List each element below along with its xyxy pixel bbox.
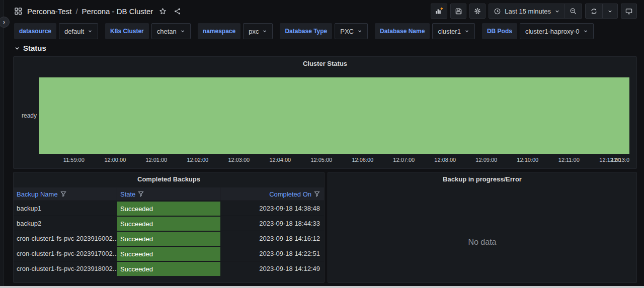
backup-progress-panel-title[interactable]: Backup in progress/Error — [328, 172, 636, 183]
chevron-down-icon — [607, 9, 613, 14]
refresh-icon — [590, 8, 598, 15]
zoom-out-time-button[interactable] — [565, 4, 582, 18]
time-axis-tick: 12:09:00 — [475, 157, 497, 163]
variable-current-value: pxc — [249, 28, 259, 35]
favorite-star-button[interactable] — [158, 7, 168, 16]
completed-on-cell: 2023-09-18 18:44:33 — [220, 216, 324, 231]
variable-group: datasource default — [14, 23, 98, 39]
filter-funnel-icon[interactable] — [138, 191, 144, 197]
variable-current-value: cluster1-haproxy-0 — [525, 28, 580, 35]
dashboard-header: Percona-Test / Percona - DB Cluster — [0, 0, 644, 22]
monitor-icon — [625, 8, 633, 15]
chevron-right-icon: › — [3, 19, 5, 26]
time-axis-tick: 11:59:00 — [63, 157, 85, 163]
clock-icon — [494, 8, 501, 15]
variable-label: DB Pods — [482, 23, 517, 39]
variable-value-dropdown[interactable]: PXC — [335, 23, 368, 39]
star-outline-icon — [159, 8, 167, 15]
cluster-status-panel-title[interactable]: Cluster Status — [14, 57, 636, 68]
share-dashboard-button[interactable] — [173, 7, 182, 16]
column-header-label: State — [120, 190, 135, 198]
kiosk-mode-button[interactable] — [621, 4, 637, 19]
filter-funnel-icon[interactable] — [60, 191, 66, 197]
breadcrumb-dashboard[interactable]: Percona - DB Cluster — [82, 7, 153, 16]
backup-name-cell: cron-cluster1-fs-pvc-2023916002... — [14, 231, 117, 246]
share-alt-icon — [174, 8, 181, 15]
dashboard-toolbar: Last 15 minutes — [431, 4, 637, 19]
variable-value-dropdown[interactable]: pxc — [243, 23, 273, 39]
save-icon — [455, 8, 462, 15]
time-axis-tick: 12:06:00 — [352, 157, 373, 163]
apps-grid-icon — [14, 7, 22, 15]
state-cell: Succeeded — [117, 201, 220, 216]
row-status-toggle[interactable]: Status — [14, 44, 644, 52]
time-axis-tick: 12:08:00 — [434, 157, 456, 163]
refresh-interval-dropdown[interactable] — [602, 4, 617, 18]
backup-name-cell: cron-cluster1-fs-pvc-2023917002... — [14, 246, 117, 261]
state-ready-bar — [39, 77, 629, 154]
variable-group: DB Pods cluster1-haproxy-0 — [482, 23, 594, 39]
chevron-down-icon — [357, 29, 362, 34]
table-row: cron-cluster1-fs-pvc-2023917002... Succe… — [14, 246, 324, 261]
no-data-message: No data — [328, 238, 636, 247]
backup-name-cell: backup2 — [14, 216, 117, 231]
breadcrumb: Percona-Test / Percona - DB Cluster — [27, 7, 153, 16]
column-header-state[interactable]: State — [117, 187, 220, 201]
chevron-down-icon — [14, 45, 20, 51]
time-range-label: Last 15 minutes — [505, 8, 551, 15]
time-range-picker[interactable]: Last 15 minutes — [489, 4, 565, 18]
template-variables-row: datasource default K8s Cluster chetan na… — [14, 23, 637, 39]
table-body: backup1 Succeeded 2023-09-18 14:38:48 ba… — [14, 201, 324, 276]
variable-label: Database Type — [280, 23, 332, 39]
refresh-dashboard-button[interactable] — [586, 4, 602, 18]
variable-group: K8s Cluster chetan — [105, 23, 191, 39]
state-timeline-plot — [39, 77, 629, 154]
filter-funnel-icon[interactable] — [314, 191, 320, 197]
time-range-controls: Last 15 minutes — [489, 4, 582, 19]
magnifier-minus-icon — [570, 8, 577, 15]
variable-label: Database Name — [375, 23, 430, 39]
breadcrumb-folder[interactable]: Percona-Test — [27, 7, 71, 16]
chevron-down-icon — [583, 29, 588, 34]
variable-value-dropdown[interactable]: cluster1 — [432, 23, 475, 39]
variable-group: Database Name cluster1 — [375, 23, 475, 39]
state-cell: Succeeded — [117, 216, 220, 231]
chevron-down-icon — [464, 29, 469, 34]
table-header-row: Backup Name State Completed On — [14, 187, 324, 201]
column-header-backup-name[interactable]: Backup Name — [14, 187, 117, 201]
gear-icon — [473, 7, 481, 15]
time-axis-tick: 12:10:00 — [517, 157, 538, 163]
variable-group: Database Type PXC — [280, 23, 368, 39]
variable-value-dropdown[interactable]: cluster1-haproxy-0 — [520, 23, 594, 39]
chevron-down-icon — [262, 29, 267, 34]
column-header-label: Backup Name — [17, 190, 58, 198]
refresh-controls — [585, 4, 618, 19]
dashboard-settings-button[interactable] — [469, 4, 486, 19]
variable-value-dropdown[interactable]: chetan — [151, 23, 191, 39]
time-axis-tick: 12:11:00 — [558, 157, 580, 163]
variable-value-dropdown[interactable]: default — [59, 23, 98, 39]
time-axis-tick: 12:13:0 — [611, 157, 629, 163]
variable-label: namespace — [198, 23, 240, 39]
completed-backups-panel: Completed Backups Backup Name State Comp… — [13, 172, 325, 283]
table-row: backup2 Succeeded 2023-09-18 18:44:33 — [14, 216, 324, 231]
variable-group: namespace pxc — [198, 23, 273, 39]
time-axis: 11:59:00 12:00:00 12:01:00 12:02:00 12:0… — [39, 157, 629, 165]
table-row: cron-cluster1-fs-pvc-2023918002... Succe… — [14, 261, 324, 276]
column-header-label: Completed On — [269, 190, 311, 198]
cluster-status-panel: Cluster Status ready 11:59:00 12:00:00 1… — [13, 56, 637, 169]
table-row: backup1 Succeeded 2023-09-18 14:38:48 — [14, 201, 324, 216]
backup-name-cell: cron-cluster1-fs-pvc-2023918002... — [14, 261, 117, 276]
column-header-completed-on[interactable]: Completed On — [220, 187, 324, 201]
row-status-title: Status — [23, 44, 46, 52]
time-axis-tick: 12:03:00 — [228, 157, 250, 163]
add-panel-button[interactable] — [431, 4, 447, 19]
bottom-edge-strip — [0, 286, 644, 288]
variable-label: datasource — [14, 23, 56, 39]
sidebar-expand-button[interactable]: › — [0, 17, 10, 28]
completed-backups-panel-title[interactable]: Completed Backups — [14, 172, 324, 183]
variable-current-value: PXC — [340, 28, 354, 35]
completed-on-cell: 2023-09-18 14:22:51 — [220, 246, 324, 261]
backups-row: Completed Backups Backup Name State Comp… — [13, 172, 637, 283]
save-dashboard-button[interactable] — [450, 4, 466, 19]
